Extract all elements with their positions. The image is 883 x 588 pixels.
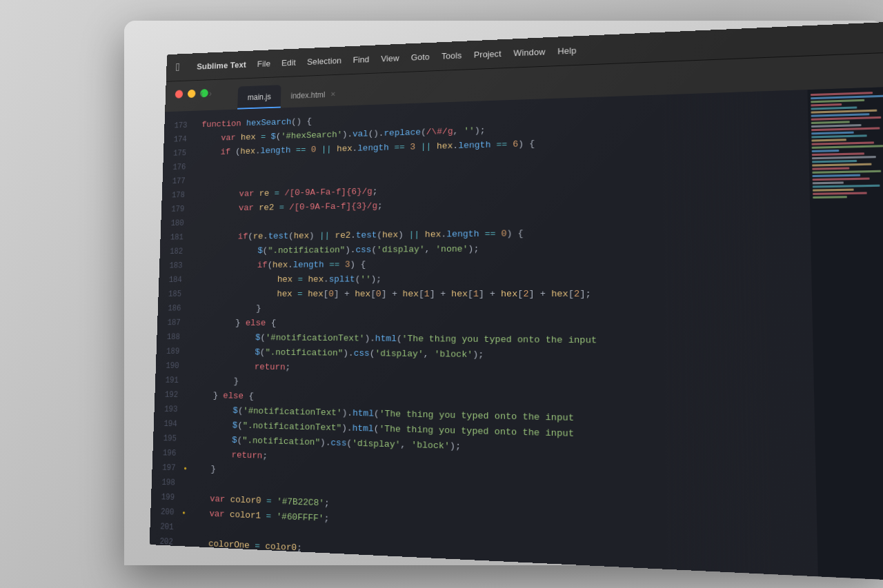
minimap-line — [812, 156, 876, 159]
minimap-line — [811, 99, 864, 103]
menu-find[interactable]: Find — [353, 54, 369, 65]
line-num-174: 174 — [163, 132, 195, 147]
close-button[interactable] — [175, 90, 183, 98]
minimap-line — [811, 134, 867, 138]
minimize-button[interactable] — [188, 90, 196, 98]
minimap-line — [813, 177, 871, 181]
code-line-184: hex = hex.split(''); — [197, 270, 812, 287]
minimap-line — [811, 132, 854, 135]
minimap-line — [812, 167, 849, 170]
tab-close-icon[interactable]: ✕ — [330, 91, 336, 98]
minimap-line — [812, 163, 871, 167]
line-num-173: 173 — [164, 119, 196, 134]
line-num-196: 196 — [152, 445, 185, 461]
screen:  Sublime Text File Edit Selection Find … — [150, 22, 883, 580]
line-num-194: 194 — [154, 416, 186, 432]
line-num-198: 198 — [151, 475, 183, 491]
line-num-200: 200 — [150, 505, 183, 520]
tab-index-html-label: index.html — [290, 90, 325, 101]
line-num-181: 181 — [160, 230, 192, 245]
line-num-199: 199 — [151, 489, 183, 505]
back-arrow-icon[interactable]: ‹ — [199, 89, 204, 99]
tab-bar: main.js index.html ✕ — [237, 83, 346, 110]
line-num-201: 201 — [150, 519, 182, 536]
minimap-line — [811, 124, 862, 128]
line-num-180: 180 — [161, 216, 192, 231]
screen-wrapper:  Sublime Text File Edit Selection Find … — [150, 22, 883, 580]
line-num-175: 175 — [163, 146, 195, 161]
minimap-line — [811, 127, 880, 131]
minimap-line — [813, 185, 880, 188]
line-num-184: 184 — [159, 273, 190, 287]
minimap-line — [811, 116, 881, 121]
menu-help[interactable]: Help — [557, 45, 576, 57]
forward-arrow-icon[interactable]: › — [208, 89, 213, 99]
line-num-202: 202 — [150, 534, 182, 550]
menu-file[interactable]: File — [257, 59, 271, 69]
minimap-content — [807, 87, 883, 204]
apple-logo-icon:  — [176, 61, 183, 73]
menu-tools[interactable]: Tools — [442, 50, 462, 61]
tab-main-js-label: main.js — [248, 92, 271, 102]
menu-selection[interactable]: Selection — [307, 56, 341, 67]
line-num-197: 197 — [152, 460, 184, 476]
line-num-183: 183 — [159, 258, 191, 273]
minimap-line — [811, 95, 883, 100]
line-num-182: 182 — [159, 245, 191, 259]
line-num-187: 187 — [157, 316, 190, 330]
minimap-line — [812, 160, 857, 163]
minimap-line — [813, 174, 861, 177]
menu-app-name[interactable]: Sublime Text — [197, 60, 246, 72]
line-num-191: 191 — [155, 373, 188, 388]
code-area: 173 174 175 176 177 178 179 180 181 182 … — [150, 87, 883, 580]
menu-window[interactable]: Window — [513, 47, 545, 58]
line-num-192: 192 — [155, 387, 187, 403]
line-num-189: 189 — [156, 344, 188, 358]
minimap-line — [813, 181, 844, 184]
line-num-203: 203 — [150, 549, 182, 565]
minimap-line — [812, 152, 865, 156]
menu-edit[interactable]: Edit — [281, 58, 296, 68]
line-num-179: 179 — [161, 202, 193, 216]
nav-arrows: ‹ › — [199, 89, 212, 99]
minimap[interactable] — [807, 87, 883, 580]
line-num-193: 193 — [154, 402, 186, 417]
minimap-line — [812, 150, 839, 152]
line-num-188: 188 — [157, 330, 189, 345]
menu-view[interactable]: View — [381, 53, 399, 63]
minimap-line — [812, 170, 881, 174]
minimap-line — [813, 196, 847, 199]
line-num-178: 178 — [161, 188, 193, 203]
line-num-177: 177 — [162, 174, 194, 188]
tab-index-html[interactable]: index.html ✕ — [281, 83, 346, 108]
monitor-bezel:  Sublime Text File Edit Selection Find … — [124, 21, 883, 565]
minimap-line — [813, 189, 854, 192]
line-num-190: 190 — [156, 358, 188, 374]
code-content[interactable]: function hexSearch() { var hex = $('#hex… — [181, 90, 817, 576]
menu-goto[interactable]: Goto — [411, 52, 430, 62]
line-num-176: 176 — [163, 160, 195, 174]
menu-project[interactable]: Project — [474, 49, 502, 60]
minimap-line — [811, 121, 850, 124]
line-num-185: 185 — [158, 287, 190, 302]
minimap-line — [813, 192, 867, 194]
code-line-185: hex = hex[0] + hex[0] + hex[1] + hex[1] … — [196, 286, 812, 302]
code-line-183: if(hex.length == 3) { — [197, 254, 811, 273]
line-num-195: 195 — [153, 431, 186, 446]
minimap-line — [811, 139, 846, 141]
minimap-line — [811, 103, 842, 106]
minimap-line — [811, 106, 857, 110]
line-num-186: 186 — [158, 301, 190, 316]
minimap-line — [812, 145, 883, 149]
tab-main-js[interactable]: main.js — [237, 85, 281, 109]
